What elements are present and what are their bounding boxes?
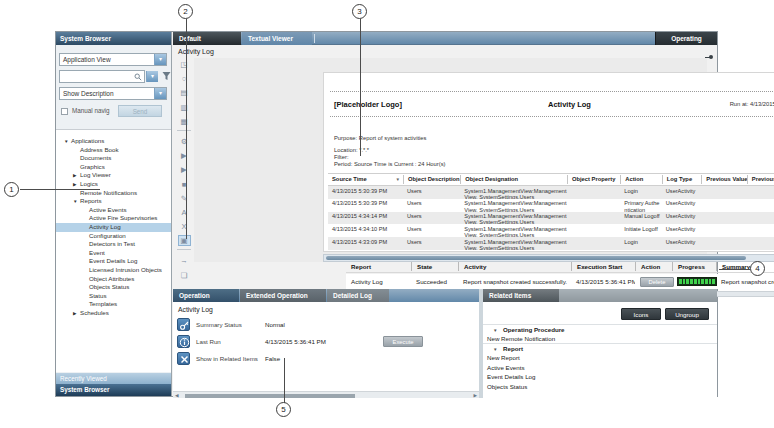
expander-icon[interactable]: ▶ <box>73 310 80 319</box>
tree-item-applications[interactable]: ▼Applications <box>56 137 171 146</box>
recently-viewed-bar[interactable]: Recently Viewed <box>56 373 171 384</box>
tree-item-logics[interactable]: ▶Logics <box>56 180 171 189</box>
export-pdf-icon[interactable]: A <box>178 207 191 218</box>
operating-mode-label[interactable]: Operating <box>655 32 717 45</box>
tree-item-schedules[interactable]: ▶Schedules <box>56 309 171 318</box>
snapshot-icon[interactable]: ▣ <box>178 235 191 246</box>
column-header-previous-value[interactable]: Previous Value <box>701 175 746 184</box>
tree-item-status[interactable]: Status <box>56 292 171 301</box>
related-item-new-report[interactable]: New Report <box>483 353 717 362</box>
column-header-previous-quality[interactable]: Previous Quality <box>747 175 774 184</box>
operation-panel: Activity Log Summary Status Normal <box>173 302 479 398</box>
table-row[interactable]: 4/13/2015 4:34:14 PMUsersSystem1.Managem… <box>328 212 774 225</box>
icons-button[interactable]: Icons <box>621 308 661 320</box>
tab-detailed-log[interactable]: Detailed Log <box>327 289 389 302</box>
sort-arrow-icon[interactable]: ▼ <box>395 175 403 184</box>
export-excel-icon[interactable]: X <box>178 221 191 232</box>
tree-item-event[interactable]: Event <box>56 249 171 258</box>
table-row[interactable]: 4/13/2015 4:33:09 PMUsersSystem1.Managem… <box>328 250 774 252</box>
table-row[interactable]: 4/13/2015 5:30:39 PMUsersSystem1.Managem… <box>328 199 774 212</box>
tree-item-object-attributes[interactable]: Object Attributes <box>56 275 171 284</box>
filter-funnel-icon[interactable] <box>162 71 171 81</box>
execution-column-activity[interactable]: Activity <box>458 262 571 271</box>
scroll-right-icon[interactable]: ▶ <box>473 393 477 398</box>
export-report-icon[interactable]: → <box>178 255 191 266</box>
related-item-objects-status[interactable]: Objects Status <box>483 382 717 391</box>
tree-item-documents[interactable]: Documents <box>56 154 171 163</box>
property-value: False <box>265 355 280 362</box>
tree-item-label: Event <box>89 249 105 256</box>
column-header-log-type[interactable]: Log Type <box>662 175 702 184</box>
tree-item-active-events[interactable]: Active Events <box>56 206 171 215</box>
column-header-object-property[interactable]: Object Property <box>567 175 620 184</box>
scroll-left-icon[interactable]: ◀ <box>175 393 179 398</box>
tree-item-event-details-log[interactable]: Event Details Log <box>56 257 171 266</box>
copy-icon[interactable]: ❏ <box>178 270 191 281</box>
execution-column-report[interactable]: Report <box>346 262 411 271</box>
description-selector-dropdown[interactable]: Show Description ▾ <box>59 87 167 100</box>
related-item-new-remote-notification[interactable]: New Remote Notification <box>483 334 717 343</box>
delete-button[interactable]: Delete <box>640 277 674 287</box>
settings-icon[interactable]: ⚙ <box>178 136 191 147</box>
zoom-fit-icon[interactable]: ◳ <box>178 59 191 70</box>
tree-item-log-viewer[interactable]: ▶Log Viewer <box>56 171 171 180</box>
page-layout-icon[interactable]: ▤ <box>178 87 191 98</box>
tree-item-detectors-in-test[interactable]: Detectors in Test <box>56 240 171 249</box>
run-options-icon[interactable]: ▶ <box>178 164 191 175</box>
execution-column-execution-start[interactable]: Execution Start <box>571 262 635 271</box>
execution-column-state[interactable]: State <box>411 262 458 271</box>
tree-item-activity-log[interactable]: Activity Log <box>56 223 171 232</box>
manual-nav-checkbox[interactable] <box>61 108 68 115</box>
column-header-action[interactable]: Action <box>620 175 662 184</box>
expander-icon[interactable]: ▼ <box>73 198 80 207</box>
tab-extended-operation[interactable]: Extended Operation <box>240 289 326 302</box>
execution-row[interactable]: Activity Log Succeeded Report snapshot c… <box>346 274 774 289</box>
table-cell: Users <box>403 224 460 237</box>
scrollbar-thumb[interactable] <box>185 394 355 398</box>
tab-textual-viewer[interactable]: Textual Viewer <box>242 32 312 45</box>
execution-column-action[interactable]: Action <box>635 262 672 271</box>
stop-circle-icon[interactable]: ○ <box>178 73 191 84</box>
view-selector-dropdown[interactable]: Application View ▾ <box>59 53 167 66</box>
tree-item-address-book[interactable]: Address Book <box>56 146 171 155</box>
tab-default[interactable]: Default <box>173 32 241 45</box>
table-row[interactable]: 4/13/2015 5:30:39 PMUsersSystem1.Managem… <box>328 186 774 199</box>
page-grid-icon[interactable]: ▦ <box>178 116 191 127</box>
progress-segment <box>690 279 693 284</box>
chevron-down-icon[interactable]: ▾ <box>154 54 166 65</box>
tab-related-items[interactable]: Related Items <box>483 289 559 302</box>
table-cell <box>567 224 620 237</box>
related-item-active-events[interactable]: Active Events <box>483 363 717 372</box>
column-header-object-designation[interactable]: Object Designation <box>460 175 567 184</box>
search-input[interactable] <box>59 70 145 83</box>
ungroup-button[interactable]: Ungroup <box>665 308 709 320</box>
related-group-operating-procedure[interactable]: ▼Operating Procedure <box>483 324 717 334</box>
execute-button[interactable]: Execute <box>383 336 423 347</box>
tree-item-licensed-intrusion-objects[interactable]: Licensed Intrusion Objects <box>56 266 171 275</box>
tree-item-configuration[interactable]: Configuration <box>56 232 171 241</box>
tree-item-templates[interactable]: Templates <box>56 300 171 309</box>
tree-item-active-fire-supervisories[interactable]: Active Fire Supervisories <box>56 214 171 223</box>
table-row[interactable]: 4/13/2015 4:34:10 PMUsersSystem1.Managem… <box>328 224 774 237</box>
manual-nav-label: Manual navig <box>72 107 109 114</box>
table-row[interactable]: 4/13/2015 4:33:09 PMUsersSystem1.Managem… <box>328 237 774 250</box>
run-icon[interactable]: ▶ <box>178 150 191 161</box>
tab-operation[interactable]: Operation <box>173 289 239 302</box>
tree-item-graphics[interactable]: Graphics <box>56 163 171 172</box>
operation-scrollbar[interactable]: ◀ ▶ <box>173 391 479 398</box>
system-browser-bar[interactable]: System Browser <box>56 384 171 396</box>
chevron-down-icon[interactable]: ▾ <box>154 88 166 99</box>
execution-column-progress[interactable]: Progress <box>672 262 716 271</box>
tree-item-objects-status[interactable]: Objects Status <box>56 283 171 292</box>
page-width-icon[interactable]: ▥ <box>178 102 191 113</box>
column-header-source-time[interactable]: Source Time▼ <box>328 175 403 184</box>
tree-item-reports[interactable]: ▼Reports <box>56 197 171 206</box>
related-item-event-details-log[interactable]: Event Details Log <box>483 372 717 381</box>
related-group-report[interactable]: ▼Report <box>483 343 717 353</box>
send-button[interactable]: Send <box>118 105 162 117</box>
search-dropdown-button[interactable]: ▾ <box>146 71 158 82</box>
edit-icon[interactable]: ✎ <box>178 193 191 204</box>
stop-icon[interactable]: ■ <box>178 179 191 190</box>
expander-icon[interactable]: ▼ <box>64 138 71 147</box>
column-header-object-description[interactable]: Object Description <box>403 175 460 184</box>
